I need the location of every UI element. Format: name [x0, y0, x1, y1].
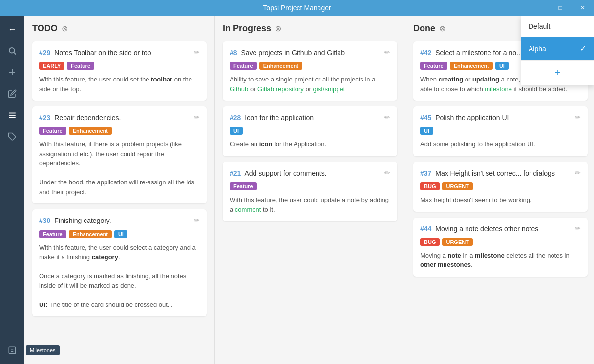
card-8-edit[interactable]: ✏: [381, 48, 390, 56]
card-30-title-text: Finishing category.: [54, 217, 111, 224]
card-29-edit[interactable]: ✏: [190, 48, 200, 56]
todo-header: TODO ⊗: [32, 23, 207, 34]
in-progress-title: In Progress: [223, 23, 271, 34]
card-28: #28 Icon for the application ✏ UI Create…: [223, 106, 397, 156]
card-44-header: #44 Moving a note deletes other notes ✏: [420, 224, 581, 233]
tag-feature: Feature: [67, 62, 94, 70]
done-title: Done: [413, 23, 435, 34]
maximize-button[interactable]: □: [549, 0, 572, 16]
todo-title: TODO: [32, 23, 58, 34]
svg-point-0: [9, 48, 15, 53]
card-8: #8 Save projects in Github and Gitlab ✏ …: [223, 41, 397, 101]
app-title: Topsi Project Manager: [263, 4, 331, 12]
card-28-title-text: Icon for the application: [245, 114, 314, 121]
tag-feature: Feature: [39, 230, 66, 238]
sidebar-list[interactable]: [3, 106, 21, 124]
card-44-id: #44: [420, 225, 431, 233]
card-44-title: #44 Moving a note deletes other notes: [420, 224, 571, 233]
tag-bug: BUG: [420, 238, 440, 246]
milestone-dropdown: Default Alpha ✓ +: [521, 16, 594, 85]
card-29-id: #29: [39, 49, 50, 57]
sidebar-back[interactable]: ←: [3, 20, 21, 38]
card-28-edit[interactable]: ✏: [381, 113, 390, 121]
card-37-body: Max height doesn't seem to be working.: [420, 195, 581, 205]
card-30-header: #30 Finishing category. ✏: [39, 216, 200, 225]
card-23-title: #23 Repair dependencies.: [39, 113, 190, 122]
tag-urgent: URGENT: [442, 238, 472, 246]
card-37-edit[interactable]: ✏: [571, 169, 581, 177]
card-37-title-text: Max Height isn't set correc... for dialo…: [435, 169, 555, 177]
card-30-tags: Feature Enhancement UI: [39, 230, 200, 238]
in-progress-column: In Progress ⊗ #8 Save projects in Github…: [215, 16, 405, 364]
tag-enhancement: Enhancement: [69, 230, 112, 238]
card-21-id: #21: [230, 169, 241, 177]
card-23-id: #23: [39, 114, 50, 121]
tag-feature: Feature: [39, 127, 66, 135]
card-28-id: #28: [230, 114, 241, 121]
card-44: #44 Moving a note deletes other notes ✏ …: [413, 218, 588, 277]
card-21-header: #21 Add support for comments. ✏: [230, 169, 390, 178]
card-30-body: With this feature, the user could select…: [39, 243, 200, 310]
card-8-tags: Feature Enhancement: [230, 62, 390, 70]
card-45: #45 Polish the application UI ✏ UI Add s…: [413, 106, 588, 156]
card-23-tags: Feature Enhancement: [39, 127, 200, 135]
card-29-title-text: Notes Toolbar on the side or top: [54, 49, 151, 57]
todo-column: TODO ⊗ #29 Notes Toolbar on the side or …: [24, 16, 215, 364]
tag-feature: Feature: [230, 62, 257, 70]
card-30: #30 Finishing category. ✏ Feature Enhanc…: [32, 209, 207, 316]
card-37-title: #37 Max Height isn't set correc... for d…: [420, 169, 571, 178]
card-8-id: #8: [230, 49, 237, 57]
sidebar-tags[interactable]: [3, 128, 21, 145]
dropdown-default[interactable]: Default: [521, 16, 594, 37]
card-29: #29 Notes Toolbar on the side or top ✏ E…: [32, 41, 207, 101]
todo-actions[interactable]: ⊗: [62, 24, 68, 33]
in-progress-actions[interactable]: ⊗: [275, 24, 281, 33]
tag-ui: UI: [420, 127, 433, 135]
close-button[interactable]: ✕: [572, 0, 594, 16]
card-21-edit[interactable]: ✏: [381, 169, 390, 177]
card-23-edit[interactable]: ✏: [190, 113, 200, 121]
tag-ui: UI: [230, 127, 243, 135]
card-45-edit[interactable]: ✏: [571, 113, 581, 121]
check-icon: ✓: [580, 44, 586, 53]
card-21: #21 Add support for comments. ✏ Feature …: [223, 162, 397, 221]
dropdown-add-button[interactable]: +: [521, 60, 594, 85]
sidebar-milestones[interactable]: Milestones: [3, 342, 21, 359]
sidebar-search[interactable]: [3, 42, 21, 60]
minimize-button[interactable]: —: [527, 0, 549, 16]
tag-feature: Feature: [230, 182, 257, 190]
card-37-id: #37: [420, 169, 431, 177]
dropdown-alpha[interactable]: Alpha ✓: [521, 37, 594, 60]
card-45-tags: UI: [420, 127, 581, 135]
add-milestone-icon: +: [554, 67, 560, 79]
card-29-body: With this feature, the user could set th…: [39, 75, 200, 94]
done-actions[interactable]: ⊗: [439, 24, 446, 33]
card-30-id: #30: [39, 217, 50, 224]
card-8-title: #8 Save projects in Github and Gitlab: [230, 48, 381, 57]
card-8-body: Ability to save a single project or all …: [230, 75, 390, 94]
card-23-body: With this feature, if there is a problem…: [39, 140, 200, 197]
card-44-tags: BUG URGENT: [420, 238, 581, 246]
card-29-title: #29 Notes Toolbar on the side or top: [39, 48, 190, 57]
card-8-header: #8 Save projects in Github and Gitlab ✏: [230, 48, 390, 57]
tag-enhancement: Enhancement: [450, 62, 493, 70]
card-42-title-text: Select a milestone for a no...: [435, 49, 522, 57]
card-44-body: Moving a note in a milestone deletes all…: [420, 251, 581, 270]
card-30-edit[interactable]: ✏: [190, 216, 200, 224]
card-23: #23 Repair dependencies. ✏ Feature Enhan…: [32, 106, 207, 203]
sidebar-add[interactable]: [3, 63, 21, 81]
card-44-edit[interactable]: ✏: [571, 224, 581, 232]
tag-enhancement: Enhancement: [259, 62, 302, 70]
dropdown-default-label: Default: [529, 22, 550, 30]
tag-ui: UI: [114, 230, 127, 238]
card-21-title-text: Add support for comments.: [244, 169, 326, 177]
tag-urgent: URGENT: [442, 182, 472, 190]
card-37: #37 Max Height isn't set correc... for d…: [413, 162, 588, 212]
card-21-tags: Feature: [230, 182, 390, 190]
card-28-tags: UI: [230, 127, 390, 135]
svg-line-1: [14, 52, 16, 54]
card-45-header: #45 Polish the application UI ✏: [420, 113, 581, 122]
sidebar-edit[interactable]: [3, 85, 21, 102]
tag-bug: BUG: [420, 182, 440, 190]
card-28-header: #28 Icon for the application ✏: [230, 113, 390, 122]
